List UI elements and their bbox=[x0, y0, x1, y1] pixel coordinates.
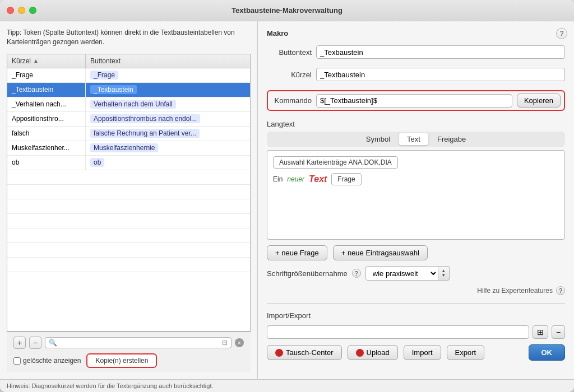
search-icon: 🔍 bbox=[49, 339, 57, 347]
table-row[interactable]: falsch falsche Rechnung an Patient ver..… bbox=[7, 127, 250, 141]
table-row-empty bbox=[7, 258, 250, 272]
schrift-select-wrap: wie praxisweit ▲ ▼ bbox=[365, 266, 450, 281]
export-button[interactable]: Export bbox=[447, 345, 485, 360]
action-row: Tausch-Center Upload Import Export OK bbox=[267, 344, 565, 361]
table-row-empty bbox=[7, 185, 250, 199]
toolbar-row1: + − 🔍 ⊟ × bbox=[13, 337, 244, 349]
col-kurzel-header: Kürzel ▲ bbox=[7, 54, 86, 68]
langtext-tabs: Symbol Text Freigabe bbox=[267, 132, 565, 147]
kommando-input[interactable] bbox=[316, 94, 512, 108]
toolbar-row2: gelöschte anzeigen Kopie(n) erstellen bbox=[13, 353, 244, 368]
neue-frage-button[interactable]: + neue Frage bbox=[267, 245, 327, 260]
buttontext-badge: falsche Rechnung an Patient ver... bbox=[90, 129, 200, 138]
table-row[interactable]: _Textbaustein _Texbaustein bbox=[7, 83, 250, 97]
upload-button[interactable]: Upload bbox=[348, 345, 398, 360]
auswahl-badge: Auswahl Karteienträge ANA,DOK,DIA bbox=[273, 156, 398, 169]
schrift-label: Schriftgrößenübernahme bbox=[267, 269, 348, 278]
table-row[interactable]: _Verhalten nach... Verhalten nach dem Un… bbox=[7, 97, 250, 112]
kurzel-cell: _Verhalten nach... bbox=[7, 97, 86, 111]
deleted-checkbox-label[interactable]: gelöschte anzeigen bbox=[13, 357, 81, 365]
schrift-help-button[interactable]: ? bbox=[352, 269, 361, 278]
langtext-area: Auswahl Karteienträge ANA,DOK,DIA Ein ne… bbox=[267, 150, 565, 240]
table-row-empty bbox=[7, 170, 250, 185]
hint-text: Hinweis: Diagnosekürzel werden für die T… bbox=[0, 379, 574, 392]
sort-arrow-icon: ▲ bbox=[33, 58, 39, 64]
window-title: Textbausteine-Makroverwaltung bbox=[232, 6, 342, 15]
kurzel-cell: Appositionsthro... bbox=[7, 112, 86, 126]
buttontext-cell: _Texbaustein bbox=[86, 83, 250, 97]
table-row-empty bbox=[7, 228, 250, 243]
table-row[interactable]: ob ob bbox=[7, 156, 250, 170]
kommando-row: Kommando Kopieren bbox=[267, 90, 565, 111]
import-input[interactable] bbox=[267, 325, 529, 339]
create-copies-button[interactable]: Kopie(n) erstellen bbox=[86, 353, 157, 368]
kurzel-cell: _Frage bbox=[7, 68, 86, 82]
help-button[interactable]: ? bbox=[556, 28, 567, 39]
add-button[interactable]: + bbox=[13, 337, 26, 349]
text-neuer: neuer bbox=[287, 175, 304, 183]
kurzel-cell: Muskelfaszienher... bbox=[7, 141, 86, 155]
main-content: Tipp: Token (Spalte Buttontext) können d… bbox=[0, 21, 574, 379]
buttontext-cell: ob bbox=[86, 156, 250, 170]
import-row: ⊞ − bbox=[267, 325, 565, 339]
buttontext-cell: _Frage bbox=[86, 68, 250, 82]
tab-freigabe[interactable]: Freigabe bbox=[429, 133, 474, 145]
bottom-toolbar: + − 🔍 ⊟ × gelöschte anzeigen Kopie(n) er… bbox=[7, 332, 251, 372]
tausch-center-button[interactable]: Tausch-Center bbox=[267, 345, 342, 360]
hilfe-qmark-button[interactable]: ? bbox=[556, 286, 565, 295]
remove-button[interactable]: − bbox=[29, 337, 41, 349]
ok-button[interactable]: OK bbox=[529, 344, 566, 361]
table-rows: _Frage _Frage _Textbaustein _Texbaustein bbox=[7, 68, 250, 331]
frage-badge: Frage bbox=[331, 173, 361, 185]
import-minus-button[interactable]: − bbox=[552, 325, 565, 339]
import-export-label: Import/Export bbox=[267, 311, 565, 320]
langtext-section: Langtext Symbol Text Freigabe Auswahl Ka… bbox=[267, 120, 565, 260]
buttontext-badge: Appositionsthrombus nach endol... bbox=[90, 114, 200, 123]
buttontext-row: Buttontext bbox=[267, 45, 565, 59]
table-row[interactable]: Appositionsthro... Appositionsthrombus n… bbox=[7, 112, 250, 127]
table-row-empty bbox=[7, 214, 250, 228]
deleted-checkbox[interactable] bbox=[13, 357, 21, 365]
langtext-row2: Ein neuer Text Frage bbox=[273, 173, 559, 185]
clear-button[interactable]: × bbox=[235, 338, 244, 347]
search-box: 🔍 ⊟ bbox=[45, 337, 232, 348]
maximize-button[interactable] bbox=[29, 7, 36, 14]
kurzel-cell: ob bbox=[7, 156, 86, 170]
schrift-select[interactable]: wie praxisweit bbox=[365, 266, 438, 281]
langtext-label: Langtext bbox=[267, 120, 565, 128]
buttontext-badge: _Frage bbox=[90, 71, 118, 80]
buttontext-cell: Appositionsthrombus nach endol... bbox=[86, 112, 250, 126]
close-button[interactable] bbox=[7, 7, 14, 14]
buttontext-badge: ob bbox=[90, 158, 104, 167]
schrift-arrows[interactable]: ▲ ▼ bbox=[438, 266, 450, 281]
main-window: Textbausteine-Makroverwaltung Tipp: Toke… bbox=[0, 0, 574, 392]
kurzel-cell: falsch bbox=[7, 127, 86, 141]
kopieren-button[interactable]: Kopieren bbox=[517, 94, 561, 108]
schrift-row: Schriftgrößenübernahme ? wie praxisweit … bbox=[267, 266, 565, 281]
tausch-icon bbox=[275, 349, 283, 357]
macro-label: Makro bbox=[267, 29, 565, 38]
right-panel: ? Makro Buttontext Kürzel Kommando Kopie… bbox=[258, 21, 574, 379]
neue-eintrags-button[interactable]: + neue Eintragsauswahl bbox=[333, 245, 428, 260]
table-row[interactable]: _Frage _Frage bbox=[7, 68, 250, 83]
import-button[interactable]: Import bbox=[404, 345, 441, 360]
buttontext-cell: falsche Rechnung an Patient ver... bbox=[86, 127, 250, 141]
table-row-empty bbox=[7, 199, 250, 214]
import-icon-button[interactable]: ⊞ bbox=[533, 325, 548, 339]
tip-text: Tipp: Token (Spalte Buttontext) können d… bbox=[7, 28, 251, 47]
tab-symbol[interactable]: Symbol bbox=[358, 133, 398, 145]
kurzel-label: Kürzel bbox=[267, 71, 312, 79]
kommando-label: Kommando bbox=[271, 96, 312, 105]
text-ein: Ein bbox=[273, 175, 283, 183]
kurzel-input[interactable] bbox=[316, 68, 565, 81]
col-buttontext-header: Buttontext bbox=[86, 54, 250, 68]
buttontext-cell: Verhalten nach dem Unfall bbox=[86, 97, 250, 111]
text-text: Text bbox=[309, 174, 327, 184]
buttontext-input[interactable] bbox=[316, 45, 565, 59]
minimize-button[interactable] bbox=[18, 7, 25, 14]
titlebar: Textbausteine-Makroverwaltung bbox=[0, 0, 574, 21]
search-input[interactable] bbox=[59, 339, 220, 347]
langtext-row1: Auswahl Karteienträge ANA,DOK,DIA bbox=[273, 156, 559, 169]
table-row[interactable]: Muskelfaszienher... Muskelfaszienhernie bbox=[7, 141, 250, 156]
tab-text[interactable]: Text bbox=[399, 133, 428, 145]
